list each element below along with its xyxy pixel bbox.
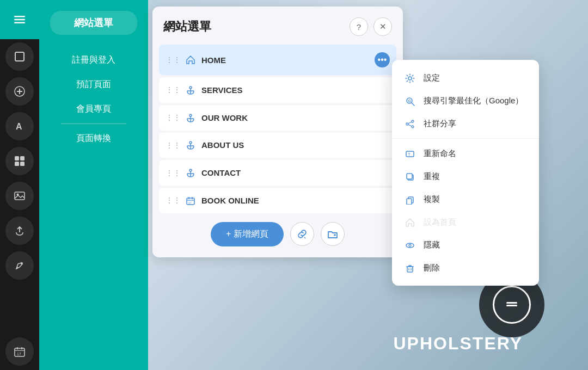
ctx-hide-item[interactable]: 隱藏 [392, 233, 539, 256]
menu-item-services-label: SERVICES [201, 85, 390, 95]
hide-icon [404, 239, 416, 250]
menu-item-aboutus[interactable]: ⋮⋮ ABOUT US [159, 133, 396, 158]
menu-list: ⋮⋮ HOME ••• ⋮⋮ SERVICES ⋮⋮ OUR WORK ⋮⋮ [152, 45, 403, 213]
pen-tool-button[interactable] [5, 251, 34, 280]
copy-icon [404, 194, 416, 205]
svg-line-46 [412, 103, 414, 106]
ctx-settings-label: 設定 [424, 73, 440, 83]
svg-point-27 [189, 114, 192, 116]
ctx-copy-label: 複製 [424, 194, 440, 205]
ctx-seo-label: 搜尋引擎最佳化（Google） [424, 96, 523, 106]
ctx-seo-item[interactable]: G 搜尋引擎最佳化（Google） [392, 89, 539, 112]
media-tool-button[interactable] [5, 182, 34, 210]
close-button[interactable]: ✕ [373, 17, 392, 36]
calendar-bookonline-icon: 17 [185, 195, 196, 206]
svg-rect-12 [15, 162, 19, 166]
drag-handle-services: ⋮⋮ [166, 85, 181, 94]
settings-icon [404, 72, 416, 83]
ctx-share-label: 社群分享 [424, 119, 456, 129]
anchor-aboutus-icon [185, 140, 196, 151]
anchor-contact-icon [185, 168, 196, 178]
svg-text:G: G [408, 99, 412, 103]
sidebar-item-member[interactable]: 會員專頁 [50, 97, 137, 121]
menu-item-home[interactable]: ⋮⋮ HOME ••• [159, 45, 396, 75]
duplicate-icon [404, 171, 416, 182]
ctx-delete-item[interactable]: 刪除 [392, 256, 539, 279]
ctx-settings-item[interactable]: 設定 [392, 66, 539, 89]
drag-handle-aboutus: ⋮⋮ [166, 141, 181, 150]
drag-handle-home: ⋮⋮ [166, 55, 181, 64]
sidebar-item-register[interactable]: 註冊與登入 [50, 48, 137, 72]
left-toolbar: A [0, 0, 39, 370]
svg-point-24 [189, 87, 192, 89]
ctx-rename-item[interactable]: T 重新命名 [392, 142, 539, 165]
menu-item-contact[interactable]: ⋮⋮ CONTACT [159, 160, 396, 186]
ctx-rename-label: 重新命名 [424, 149, 456, 159]
sidebar-item-booking[interactable]: 預訂頁面 [50, 72, 137, 97]
context-menu: 設定 G 搜尋引擎最佳化（Google） 社群分享 T 重新命名 重複 複製 [392, 60, 539, 286]
seo-icon: G [404, 95, 416, 106]
svg-rect-56 [407, 174, 412, 179]
ctx-copy-item[interactable]: 複製 [392, 188, 539, 211]
svg-rect-1 [506, 305, 517, 306]
menu-item-contact-label: CONTACT [201, 168, 390, 177]
svg-point-17 [21, 262, 23, 264]
svg-line-51 [408, 122, 412, 124]
home-icon [185, 55, 196, 65]
toolbar-menu-button[interactable] [0, 0, 39, 39]
panel-title: 網站選單 [163, 18, 211, 35]
ctx-share-item[interactable]: 社群分享 [392, 112, 539, 135]
menu-item-home-label: HOME [201, 55, 375, 65]
svg-rect-4 [14, 22, 25, 24]
calendar-tool-button[interactable]: 17 [5, 337, 34, 366]
bg-watermark-text: UPHOLSTERY [394, 334, 523, 354]
drag-handle-contact: ⋮⋮ [166, 169, 181, 177]
anchor-services-icon [185, 85, 196, 95]
help-button[interactable]: ? [350, 17, 368, 36]
ctx-sethome-label: 設為首頁 [424, 217, 456, 227]
svg-rect-14 [15, 192, 24, 200]
svg-point-60 [409, 244, 411, 246]
sidebar-title[interactable]: 網站選單 [50, 11, 137, 35]
link-button[interactable] [290, 222, 314, 246]
menu-item-bookonline-label: BOOK ONLINE [201, 196, 390, 205]
square-tool-button[interactable] [5, 42, 34, 71]
svg-rect-3 [14, 19, 25, 21]
upload-tool-button[interactable] [5, 217, 34, 245]
text-tool-button[interactable]: A [5, 112, 34, 140]
menu-item-services[interactable]: ⋮⋮ SERVICES [159, 77, 396, 103]
share-icon [404, 118, 416, 129]
main-dialog-panel: 網站選單 ? ✕ ⋮⋮ HOME ••• ⋮⋮ SERVICES ⋮⋮ [152, 7, 403, 257]
ctx-sethome-item[interactable]: 設為首頁 [392, 211, 539, 233]
menu-item-more-home[interactable]: ••• [375, 52, 390, 67]
anchor-ourwork-icon [185, 113, 196, 123]
sidebar-item-transition[interactable]: 頁面轉換 [50, 126, 137, 151]
svg-line-41 [304, 237, 305, 238]
svg-rect-0 [506, 302, 517, 304]
logo-inner [493, 286, 531, 324]
svg-text:T: T [408, 152, 411, 157]
menu-item-bookonline[interactable]: ⋮⋮ 17 BOOK ONLINE [159, 188, 396, 213]
delete-icon [404, 262, 416, 273]
add-element-button[interactable] [5, 77, 34, 106]
rename-icon: T [404, 148, 416, 159]
ctx-divider-1 [392, 138, 539, 139]
menu-item-ourwork[interactable]: ⋮⋮ OUR WORK [159, 105, 396, 131]
widget-tool-button[interactable] [5, 147, 34, 175]
panel-header: 網站選單 ? ✕ [152, 7, 403, 45]
ctx-duplicate-label: 重複 [424, 171, 440, 182]
add-page-button[interactable]: + 新增網頁 [211, 222, 284, 246]
folder-button[interactable] [321, 222, 345, 246]
svg-point-49 [412, 126, 414, 128]
sidebar-divider [61, 124, 126, 124]
drag-handle-bookonline: ⋮⋮ [166, 196, 181, 205]
ctx-hide-label: 隱藏 [424, 240, 440, 250]
svg-point-33 [189, 169, 192, 171]
svg-text:A: A [16, 122, 22, 131]
ctx-duplicate-item[interactable]: 重複 [392, 165, 539, 188]
svg-line-52 [408, 125, 412, 126]
panel-bottom-actions: + 新增網頁 [152, 222, 403, 246]
svg-rect-11 [20, 156, 24, 161]
set-home-icon [404, 217, 416, 227]
svg-point-50 [406, 123, 408, 125]
